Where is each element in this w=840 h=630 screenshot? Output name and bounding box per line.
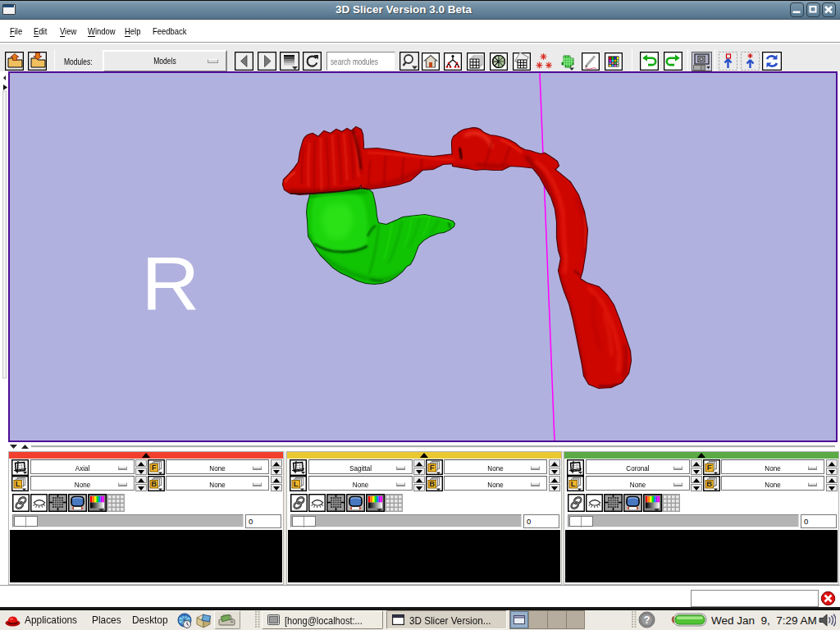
- svg-text:F: F: [430, 463, 435, 472]
- svg-text:R: R: [141, 241, 199, 326]
- svg-text:B: B: [151, 479, 157, 488]
- svg-text:L: L: [294, 479, 299, 488]
- svg-text:L: L: [16, 479, 21, 488]
- svg-text:?: ?: [644, 614, 651, 626]
- svg-text:B: B: [429, 479, 435, 488]
- svg-text:F: F: [152, 463, 157, 472]
- svg-text:F: F: [707, 463, 712, 472]
- svg-text:L: L: [571, 479, 576, 488]
- svg-text:B: B: [706, 479, 712, 488]
